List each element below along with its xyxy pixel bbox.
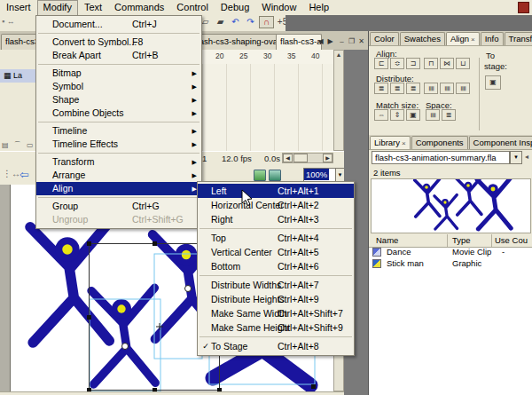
redo-icon[interactable]: ↷ — [244, 16, 257, 28]
library-dropdown-icon[interactable]: ▼ — [510, 151, 522, 164]
close-panel-icon[interactable]: × — [402, 139, 406, 147]
library-panel-tab-components[interactable]: Components — [411, 136, 468, 150]
scroll-right-icon[interactable]: ▶ — [323, 154, 332, 162]
menubar-item-debug[interactable]: Debug — [215, 0, 255, 15]
tab-scroll-right-icon[interactable]: ▶ — [325, 36, 335, 47]
align-left-edge-icon[interactable]: ⊏ — [374, 58, 388, 69]
window-restore-icon[interactable]: ❐ — [347, 36, 356, 47]
menu-item-left[interactable]: LeftCtrl+Alt+1 — [198, 184, 354, 198]
menubar-item-help[interactable]: Help — [302, 0, 335, 15]
library-panel-tab-library[interactable]: Library× — [370, 136, 411, 150]
undo-icon[interactable]: ↶ — [229, 16, 242, 28]
layer-row[interactable]: ▦ La — [0, 69, 35, 83]
column-divider[interactable] — [491, 234, 492, 247]
library-list-header[interactable]: Name Type Use Cou — [369, 234, 532, 248]
library-document-select[interactable]: flash-cs3-animation-summary.fla — [372, 151, 510, 164]
library-panel-tab-component-inspector[interactable]: Component Inspector — [469, 136, 532, 150]
match-height-icon[interactable]: ⇕ — [390, 109, 404, 121]
menu-item-distribute-heights[interactable]: Distribute HeightsCtrl+Alt+9 — [198, 292, 354, 306]
menu-item-right[interactable]: RightCtrl+Alt+3 — [198, 212, 354, 226]
align-bottom-edge-icon[interactable]: ⊔ — [456, 58, 470, 69]
menu-item-break-apart[interactable]: Break ApartCtrl+B — [36, 49, 201, 62]
library-row-dance[interactable]: DanceMovie Clip- — [369, 247, 532, 258]
transform-center-icon[interactable] — [185, 286, 192, 292]
menubar-item-insert[interactable]: Insert — [0, 0, 37, 15]
align-horizontal-center-icon[interactable]: ≎ — [390, 58, 404, 69]
distribute-vcenter-icon[interactable]: ≣ — [390, 83, 404, 94]
close-panel-icon[interactable]: × — [471, 36, 475, 43]
back-arrow-icon[interactable]: ⇦ — [20, 168, 29, 181]
tab-scroll-left-icon[interactable]: ◀ — [316, 36, 325, 47]
scroll-left-icon[interactable]: ◀ — [283, 154, 293, 162]
library-row-stick-man[interactable]: Stick manGraphic — [369, 258, 532, 270]
app-close-icon[interactable] — [518, 2, 529, 13]
menu-item-make-same-width[interactable]: Make Same WidthCtrl+Alt+Shift+7 — [198, 306, 354, 320]
menubar-item-control[interactable]: Control — [170, 0, 214, 15]
space-horizontal-icon[interactable]: ≣ — [442, 109, 456, 121]
align-panel-tab-swatches[interactable]: Swatches — [400, 32, 445, 46]
align-vertical-center-icon[interactable]: ⋈ — [440, 58, 454, 69]
library-pin-icon[interactable]: ◂ — [525, 153, 528, 161]
scrollbar-thumb[interactable] — [293, 154, 308, 162]
snap-magnet-icon[interactable]: ∩ — [259, 16, 274, 28]
timeline-horizontal-scrollbar[interactable]: ◀ ▶ — [282, 153, 333, 163]
menubar-item-modify[interactable]: Modify — [37, 0, 78, 16]
menu-item-convert-to-symbol[interactable]: Convert to Symbol...F8 — [36, 36, 201, 49]
timeline-vertical-scrollbar[interactable]: ▲ — [333, 50, 344, 151]
menu-item-bottom[interactable]: BottomCtrl+Alt+6 — [198, 259, 354, 273]
menu-item-distribute-widths[interactable]: Distribute WidthsCtrl+Alt+7 — [198, 278, 354, 292]
menu-item-document[interactable]: Document...Ctrl+J — [36, 18, 201, 31]
menu-item-top[interactable]: TopCtrl+Alt+4 — [198, 231, 354, 245]
menu-item-timeline-effects[interactable]: Timeline Effects▶ — [36, 138, 201, 151]
menu-item-bitmap[interactable]: Bitmap▶ — [36, 67, 201, 80]
menu-item-make-same-height[interactable]: Make Same HeightCtrl+Alt+Shift+9 — [198, 320, 354, 335]
to-stage-toggle-icon[interactable]: ▣ — [485, 75, 501, 90]
align-panel-tab-color[interactable]: Color — [370, 32, 399, 46]
match-width-icon[interactable]: ⇔ — [374, 109, 388, 121]
distribute-bottom-icon[interactable]: ≣ — [406, 83, 420, 94]
align-panel-tab-transform[interactable]: Transform — [505, 32, 532, 46]
menu-item-align[interactable]: Align▶ — [36, 182, 201, 195]
transform-center-icon[interactable] — [122, 344, 129, 350]
menubar-item-text[interactable]: Text — [78, 0, 108, 15]
menu-item-ungroup[interactable]: UngroupCtrl+Shift+G — [36, 213, 201, 226]
match-both-icon[interactable]: ▣ — [406, 109, 420, 121]
window-minimize-icon[interactable]: – — [337, 36, 347, 47]
window-close-icon[interactable]: ✕ — [356, 36, 366, 47]
scroll-up-icon[interactable]: ▲ — [334, 51, 343, 59]
space-vertical-icon[interactable]: ≣ — [426, 109, 440, 121]
align-panel-tab-info[interactable]: Info — [481, 32, 504, 46]
distribute-right-icon[interactable]: ≣ — [456, 83, 470, 94]
align-panel-tab-align[interactable]: Align× — [446, 32, 480, 46]
zoom-level-input[interactable]: 100% — [303, 168, 337, 182]
menu-item-combine-objects[interactable]: Combine Objects▶ — [36, 107, 201, 120]
frame-rate-value[interactable]: 12.0 fps — [222, 154, 252, 163]
edit-symbols-icon[interactable] — [269, 170, 281, 181]
menubar-item-commands[interactable]: Commands — [108, 0, 170, 15]
align-right-edge-icon[interactable]: ⊐ — [406, 58, 420, 69]
menu-item-to-stage[interactable]: ✓To StageCtrl+Alt+8 — [198, 339, 354, 353]
edit-scene-icon[interactable] — [254, 170, 266, 181]
distribute-top-icon[interactable]: ≣ — [374, 83, 388, 94]
timeline-toggle-icon[interactable]: ⋮↔ — [3, 169, 20, 178]
align-top-edge-icon[interactable]: ⊓ — [424, 58, 438, 69]
distribute-hcenter-icon[interactable]: ≣ — [440, 83, 454, 94]
menu-item-symbol[interactable]: Symbol▶ — [36, 80, 201, 93]
menu-item-vertical-center[interactable]: Vertical CenterCtrl+Alt+5 — [198, 245, 354, 259]
menu-item-horizontal-center[interactable]: Horizontal CenterCtrl+Alt+2 — [198, 198, 354, 212]
menu-item-timeline[interactable]: Timeline▶ — [36, 124, 201, 138]
column-type[interactable]: Type — [452, 235, 471, 245]
menu-item-transform[interactable]: Transform▶ — [36, 155, 201, 169]
column-name[interactable]: Name — [376, 235, 398, 245]
menu-item-group[interactable]: GroupCtrl+G — [36, 200, 201, 213]
stick-figure-1[interactable] — [30, 224, 109, 343]
paste-icon[interactable]: ▰ — [214, 16, 227, 28]
menu-item-shape[interactable]: Shape▶ — [36, 93, 201, 107]
menu-item-arrange[interactable]: Arrange▶ — [36, 169, 201, 182]
menubar-item-window[interactable]: Window — [255, 0, 302, 15]
layer-control-icons[interactable]: ▤ ⌒ ▭ — [2, 140, 35, 150]
column-use-count[interactable]: Use Cou — [495, 235, 528, 245]
column-divider[interactable] — [447, 234, 448, 247]
document-tab-shaping-oval[interactable]: flash-cs3-shaping-oval.fla — [191, 34, 283, 51]
distribute-left-icon[interactable]: ≣ — [424, 83, 438, 94]
